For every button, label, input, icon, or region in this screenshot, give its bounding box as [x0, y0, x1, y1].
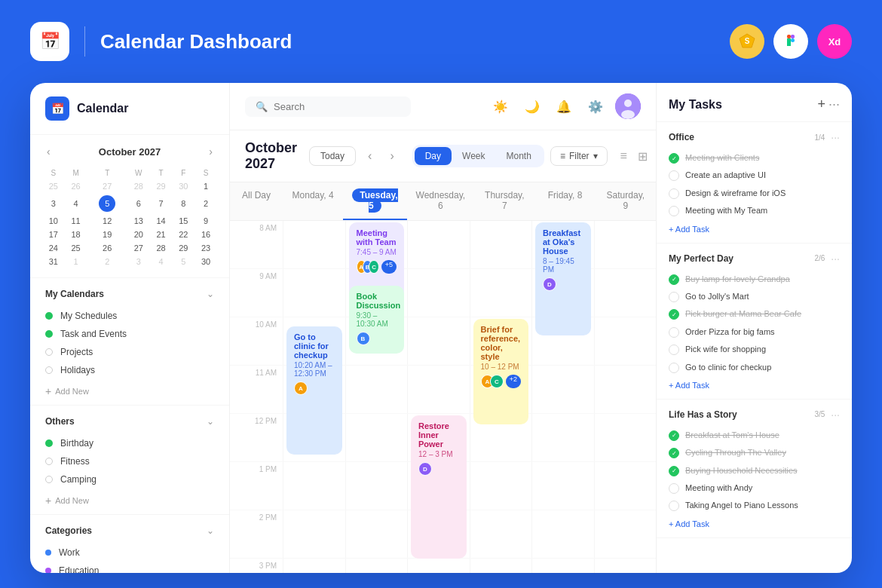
cal-day[interactable]: 29	[172, 241, 194, 255]
event-brief[interactable]: Brief for reference, color, style 10 – 1…	[473, 319, 529, 424]
cal-day[interactable]: 29	[150, 179, 173, 193]
cal-day[interactable]: 31	[42, 255, 65, 268]
my-calendars-chevron[interactable]: ⌄	[207, 289, 214, 299]
prev-month-btn[interactable]: ‹	[42, 144, 55, 159]
task-check-jolly[interactable]	[669, 292, 679, 302]
day-header-wed[interactable]: Wednesday, 6	[407, 182, 475, 220]
categories-chevron[interactable]: ⌄	[207, 525, 214, 536]
tasks-menu-btn[interactable]: ···	[828, 96, 840, 112]
task-check-breakfast-tom[interactable]: ✓	[669, 430, 679, 441]
cal-day[interactable]: 6	[127, 193, 150, 214]
day-header-mon[interactable]: Monday, 4	[283, 182, 343, 220]
task-check-meeting-team[interactable]	[669, 206, 679, 216]
day-header-tue[interactable]: Tuesday, 5	[343, 182, 406, 220]
xd-icon[interactable]: Xd	[817, 24, 852, 59]
add-task-perfect-day-btn[interactable]: + Add Task	[669, 378, 709, 393]
day-header-thu[interactable]: Thursday, 7	[474, 182, 534, 220]
task-check-grandpa[interactable]: ✓	[669, 274, 679, 285]
task-check-adaptive-ui[interactable]	[669, 170, 679, 181]
task-check-household[interactable]: ✓	[669, 466, 679, 476]
cal-day[interactable]: 9	[194, 214, 217, 228]
task-check-andy[interactable]	[669, 483, 679, 494]
cal-day[interactable]: 23	[194, 241, 217, 255]
user-avatar[interactable]	[615, 93, 641, 119]
cal-day[interactable]: 18	[65, 228, 87, 241]
cal-day[interactable]: 22	[172, 228, 194, 241]
sidebar-item-birthday[interactable]: Birthday	[45, 434, 214, 452]
cal-day[interactable]: 19	[87, 228, 127, 241]
cal-day[interactable]: 30	[172, 179, 194, 193]
event-book-discussion[interactable]: Book Discussion 9:30 – 10:30 AM B	[349, 286, 405, 354]
day-header-sat[interactable]: Saturday, 9	[596, 182, 656, 220]
sidebar-item-holidays[interactable]: Holidays	[45, 361, 214, 379]
month-view-tab[interactable]: Month	[496, 147, 542, 165]
task-check-cycling[interactable]: ✓	[669, 448, 679, 458]
cal-day[interactable]: 20	[127, 228, 150, 241]
cal-day[interactable]: 24	[42, 241, 65, 255]
cal-day[interactable]: 2	[87, 255, 127, 268]
cal-day[interactable]: 21	[150, 228, 173, 241]
day-view-tab[interactable]: Day	[415, 147, 452, 165]
office-group-menu[interactable]: ···	[831, 131, 840, 143]
sidebar-item-task-events[interactable]: Task and Events	[45, 325, 214, 343]
event-restore[interactable]: Restore Inner Power 12 – 3 PM D	[411, 415, 467, 559]
gear-icon[interactable]: ⚙️	[583, 94, 608, 118]
cal-day[interactable]: 11	[65, 214, 87, 228]
cal-day[interactable]: 5	[172, 255, 194, 268]
week-view-tab[interactable]: Week	[452, 147, 495, 165]
cal-day[interactable]: 26	[65, 179, 87, 193]
cal-day[interactable]: 17	[42, 228, 65, 241]
today-button[interactable]: Today	[309, 146, 356, 166]
task-check-burger[interactable]: ✓	[669, 309, 679, 320]
cal-day[interactable]: 3	[127, 255, 150, 268]
sidebar-item-education[interactable]: Education	[45, 562, 214, 573]
sketch-icon[interactable]: S	[730, 24, 764, 59]
others-chevron[interactable]: ⌄	[207, 416, 214, 427]
cal-day[interactable]: 2	[194, 193, 217, 214]
sun-icon[interactable]: ☀️	[488, 94, 513, 118]
search-input[interactable]	[274, 101, 400, 112]
sidebar-item-camping[interactable]: Camping	[45, 470, 214, 488]
sidebar-item-my-schedules[interactable]: My Schedules	[45, 307, 214, 325]
grid-view-btn[interactable]: ⊞	[634, 147, 651, 166]
cal-day[interactable]: 30	[194, 255, 217, 268]
cal-day[interactable]: 27	[87, 179, 127, 193]
cal-day[interactable]: 12	[87, 214, 127, 228]
figma-icon[interactable]	[773, 24, 808, 59]
bell-icon[interactable]: 🔔	[552, 94, 576, 118]
list-view-btn[interactable]: ≡	[617, 147, 631, 166]
cal-day[interactable]: 15	[172, 214, 194, 228]
cal-day[interactable]: 27	[127, 241, 150, 255]
cal-day[interactable]: 4	[65, 193, 87, 214]
task-check-wife[interactable]	[669, 345, 679, 355]
prev-week-btn[interactable]: ‹	[362, 146, 378, 166]
task-check-wireframe-ios[interactable]	[669, 188, 679, 199]
cal-day[interactable]: 1	[194, 179, 217, 193]
cal-day[interactable]: 14	[150, 214, 173, 228]
cal-day[interactable]: 10	[42, 214, 65, 228]
next-week-btn[interactable]: ›	[384, 146, 400, 166]
add-task-life-story-btn[interactable]: + Add Task	[669, 516, 709, 531]
add-task-office-btn[interactable]: + Add Task	[669, 222, 709, 237]
task-check-meeting-clients[interactable]: ✓	[669, 153, 679, 164]
cal-day[interactable]: 16	[194, 228, 217, 241]
next-month-btn[interactable]: ›	[204, 144, 217, 159]
cal-day[interactable]: 1	[65, 255, 87, 268]
cal-day[interactable]: 25	[65, 241, 87, 255]
add-calendar-btn[interactable]: + Add New	[45, 384, 89, 399]
event-clinic[interactable]: Go to clinic for checkup 10:20 AM – 12:3…	[286, 326, 342, 455]
tasks-add-btn[interactable]: +	[814, 96, 828, 112]
cal-day[interactable]: 13	[127, 214, 150, 228]
task-check-pizza[interactable]	[669, 327, 679, 338]
life-story-group-menu[interactable]: ···	[831, 409, 840, 421]
add-other-btn[interactable]: + Add New	[45, 493, 89, 508]
cal-day[interactable]: 8	[172, 193, 194, 214]
sidebar-item-fitness[interactable]: Fitness	[45, 452, 214, 470]
cal-day[interactable]: 7	[150, 193, 173, 214]
cal-day[interactable]: 4	[150, 255, 173, 268]
filter-button[interactable]: ≡ Filter ▾	[550, 146, 608, 166]
moon-icon[interactable]: 🌙	[520, 94, 544, 118]
sidebar-item-projects[interactable]: Projects	[45, 343, 214, 361]
cal-day[interactable]: 5	[87, 193, 127, 214]
day-header-fri[interactable]: Friday, 8	[534, 182, 595, 220]
